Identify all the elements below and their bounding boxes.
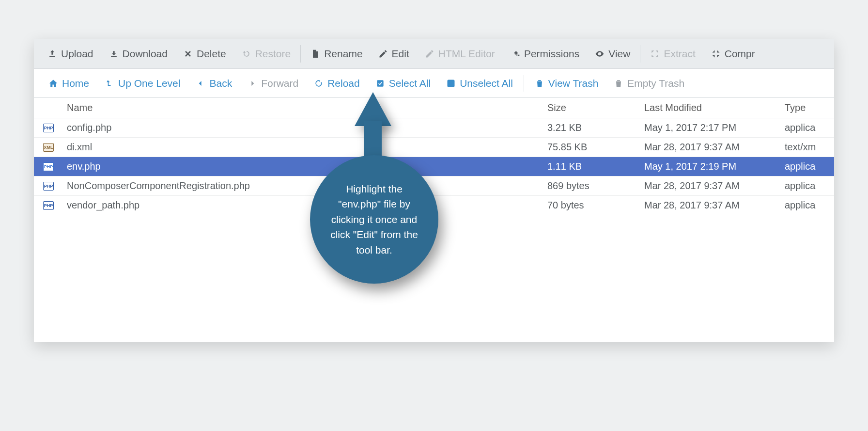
toolbar-separator: [640, 45, 640, 63]
select-all-link[interactable]: Select All: [368, 69, 438, 97]
forward-label: Forward: [261, 78, 298, 89]
compress-icon: [711, 49, 721, 59]
delete-label: Delete: [197, 48, 226, 60]
empty-trash-label: Empty Trash: [627, 78, 684, 89]
file-modified: May 1, 2017 2:17 PM: [640, 122, 781, 133]
trash-icon: [614, 79, 623, 88]
back-label: Back: [209, 78, 232, 89]
table-header: Name Size Last Modified Type: [34, 98, 834, 118]
file-type: text/xm: [781, 142, 834, 153]
select-all-label: Select All: [389, 78, 431, 89]
file-table: Name Size Last Modified Type PHPconfig.p…: [34, 98, 834, 215]
toolbar-separator: [300, 45, 301, 63]
file-manager-panel: Upload Download Delete Restore Rename Ed…: [34, 39, 834, 342]
table-body: PHPconfig.php3.21 KBMay 1, 2017 2:17 PMa…: [34, 118, 834, 215]
navbar-separator: [524, 75, 524, 92]
svg-rect-0: [377, 80, 383, 86]
delete-button[interactable]: Delete: [175, 39, 234, 68]
file-modified: May 1, 2017 2:19 PM: [640, 161, 781, 172]
view-trash-label: View Trash: [548, 78, 599, 89]
file-modified: Mar 28, 2017 9:37 AM: [640, 200, 781, 211]
level-up-icon: [105, 79, 114, 88]
up-label: Up One Level: [118, 78, 180, 89]
file-name: NonComposerComponentRegistration.php: [63, 180, 543, 192]
navbar: Home Up One Level Back Forward Reload Se…: [34, 69, 834, 98]
arrow-right-icon: [248, 79, 257, 88]
upload-button[interactable]: Upload: [40, 39, 101, 68]
reload-icon: [314, 79, 324, 88]
file-size: 70 bytes: [543, 200, 640, 211]
html-editor-icon: [425, 49, 434, 59]
file-type: applica: [781, 200, 834, 211]
restore-label: Restore: [255, 48, 291, 60]
edit-label: Edit: [392, 48, 409, 60]
php-file-icon: PHP: [43, 162, 54, 171]
rename-label: Rename: [324, 48, 362, 60]
table-row[interactable]: PHPNonComposerComponentRegistration.php8…: [34, 176, 834, 196]
arrow-left-icon: [196, 79, 205, 88]
php-file-icon: PHP: [43, 201, 54, 210]
view-trash-link[interactable]: View Trash: [527, 69, 606, 97]
rename-button[interactable]: Rename: [303, 39, 370, 68]
restore-icon: [242, 49, 251, 59]
file-type: applica: [781, 161, 834, 172]
extract-label: Extract: [664, 48, 695, 60]
file-size: 75.85 KB: [543, 142, 640, 153]
compress-button[interactable]: Compr: [703, 39, 763, 68]
file-icon-cell: PHP: [34, 182, 63, 191]
file-icon-cell: PHP: [34, 201, 63, 210]
table-row[interactable]: PHPvendor_path.php70 bytesMar 28, 2017 9…: [34, 196, 834, 215]
select-all-icon: [375, 79, 385, 88]
expand-icon: [650, 49, 660, 59]
reload-label: Reload: [327, 78, 360, 89]
restore-button[interactable]: Restore: [234, 39, 299, 68]
edit-button[interactable]: Edit: [371, 39, 417, 68]
empty-trash-link[interactable]: Empty Trash: [606, 69, 692, 97]
col-type[interactable]: Type: [781, 102, 834, 113]
up-one-level-link[interactable]: Up One Level: [97, 69, 188, 97]
xml-file-icon: XML: [43, 143, 54, 152]
php-file-icon: PHP: [43, 124, 54, 132]
unselect-all-label: Unselect All: [460, 78, 513, 89]
file-icon: [310, 49, 320, 59]
file-name: di.xml: [63, 142, 543, 153]
php-file-icon: PHP: [43, 182, 54, 191]
file-icon-cell: XML: [34, 143, 63, 152]
file-type: applica: [781, 122, 834, 133]
key-icon: [511, 49, 520, 59]
table-row[interactable]: XMLdi.xml75.85 KBMar 28, 2017 9:37 AMtex…: [34, 138, 834, 157]
upload-label: Upload: [61, 48, 93, 60]
file-modified: Mar 28, 2017 9:37 AM: [640, 180, 781, 192]
col-name[interactable]: Name: [63, 102, 543, 113]
upload-icon: [47, 49, 57, 59]
view-button[interactable]: View: [587, 39, 638, 68]
home-icon: [48, 79, 58, 88]
file-name: env.php: [63, 161, 543, 172]
html-editor-button[interactable]: HTML Editor: [417, 39, 503, 68]
col-last-modified[interactable]: Last Modified: [640, 102, 781, 113]
file-name: vendor_path.php: [63, 200, 543, 211]
html-editor-label: HTML Editor: [438, 48, 495, 60]
file-icon-cell: PHP: [34, 162, 63, 171]
unselect-all-link[interactable]: Unselect All: [438, 69, 521, 97]
home-link[interactable]: Home: [41, 69, 97, 97]
file-name: config.php: [63, 122, 543, 133]
pencil-icon: [378, 49, 388, 59]
permissions-label: Permissions: [524, 48, 579, 60]
col-size[interactable]: Size: [543, 102, 640, 113]
toolbar: Upload Download Delete Restore Rename Ed…: [34, 39, 834, 69]
table-row[interactable]: PHPenv.php1.11 KBMay 1, 2017 2:19 PMappl…: [34, 157, 834, 176]
file-size: 869 bytes: [543, 180, 640, 192]
forward-link[interactable]: Forward: [240, 69, 306, 97]
permissions-button[interactable]: Permissions: [503, 39, 587, 68]
eye-icon: [595, 49, 604, 59]
trash-icon: [535, 79, 544, 88]
back-link[interactable]: Back: [188, 69, 240, 97]
download-label: Download: [123, 48, 168, 60]
delete-icon: [183, 49, 193, 59]
extract-button[interactable]: Extract: [642, 39, 703, 68]
table-row[interactable]: PHPconfig.php3.21 KBMay 1, 2017 2:17 PMa…: [34, 118, 834, 138]
download-button[interactable]: Download: [101, 39, 175, 68]
reload-link[interactable]: Reload: [306, 69, 368, 97]
file-modified: Mar 28, 2017 9:37 AM: [640, 142, 781, 153]
